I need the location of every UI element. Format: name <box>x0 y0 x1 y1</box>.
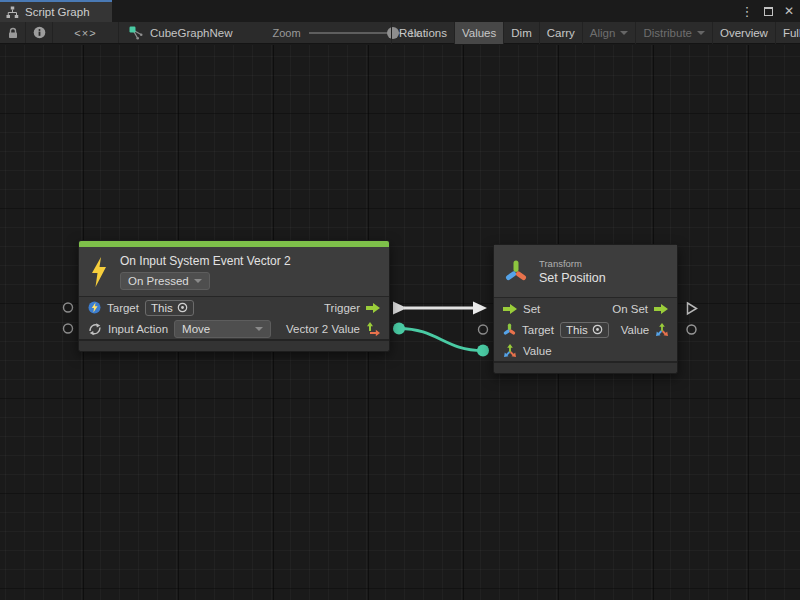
script-graph-icon <box>6 6 19 19</box>
port-label: Vector 2 Value <box>286 323 360 335</box>
set-position-footer <box>494 361 677 373</box>
port-input-action-input[interactable] <box>64 324 73 333</box>
graph-breadcrumb[interactable]: CubeGraphNew <box>119 22 244 43</box>
port-vector2-value-output[interactable] <box>393 323 405 335</box>
port-value-input[interactable] <box>477 345 489 357</box>
port-on-set-output[interactable] <box>688 303 697 314</box>
input-action-dropdown[interactable]: Move <box>174 320 271 338</box>
port-label: Input Action <box>108 323 168 335</box>
event-node-footer <box>79 339 389 351</box>
vector3-icon <box>503 344 517 358</box>
port-value-output[interactable] <box>687 325 696 334</box>
port-target2-input[interactable] <box>479 325 488 334</box>
event-node-header: On Input System Event Vector 2 On Presse… <box>79 247 389 296</box>
close-icon[interactable]: ✕ <box>783 4 795 18</box>
titlebar: Script Graph ⋮ ✕ <box>0 0 800 22</box>
port-row-target: Target This Value <box>494 319 677 340</box>
port-set-input[interactable] <box>473 302 487 315</box>
lightning-bolt-icon <box>89 257 109 287</box>
view-buttons: Relations Values Dim Carry Align Distrib… <box>391 22 800 44</box>
set-position-header: Transform Set Position <box>494 245 677 297</box>
relations-button[interactable]: Relations <box>391 22 454 44</box>
set-position-title: Set Position <box>539 271 606 285</box>
carry-button[interactable]: Carry <box>539 22 582 44</box>
values-button[interactable]: Values <box>454 22 503 44</box>
target-this-button[interactable]: This <box>560 322 609 338</box>
transform-mini-icon <box>503 323 516 336</box>
input-action-icon <box>88 322 102 336</box>
target-this-button[interactable]: This <box>145 300 194 316</box>
chevron-down-icon <box>194 279 202 283</box>
graph-canvas[interactable]: On Input System Event Vector 2 On Presse… <box>0 45 800 600</box>
event-node-body: Target This Trigger <box>79 296 389 339</box>
chevron-down-icon <box>255 327 263 331</box>
port-label: Trigger <box>324 302 360 314</box>
node-on-input-system-event[interactable]: On Input System Event Vector 2 On Presse… <box>78 240 390 352</box>
port-label: Target <box>107 302 139 314</box>
align-button[interactable]: Align <box>582 22 636 44</box>
maximize-icon[interactable] <box>762 4 774 18</box>
graph-toolbar: <×> CubeGraphNew Zoom 1x Relations Value… <box>0 22 800 44</box>
port-label: Value <box>523 345 552 357</box>
lock-icon <box>7 27 19 39</box>
node-set-position[interactable]: Transform Set Position Set On Set <box>493 244 678 374</box>
port-row-target: Target This Trigger <box>79 297 389 318</box>
vector3-icon <box>655 323 669 337</box>
vector2-icon <box>366 322 380 336</box>
zoom-slider[interactable] <box>309 22 401 44</box>
port-row-set: Set On Set <box>494 298 677 319</box>
info-icon <box>33 26 46 39</box>
node-category: Transform <box>539 258 606 269</box>
gameobject-event-icon <box>88 301 101 314</box>
full-screen-button[interactable]: Full Screen <box>775 22 800 44</box>
distribute-button[interactable]: Distribute <box>635 22 712 44</box>
edit-source-button[interactable]: <×> <box>53 22 119 43</box>
lock-button[interactable] <box>0 22 26 43</box>
dim-button[interactable]: Dim <box>503 22 538 44</box>
set-position-body: Set On Set Target <box>494 297 677 361</box>
tab-title: Script Graph <box>25 6 90 18</box>
overview-button[interactable]: Overview <box>712 22 775 44</box>
port-label: Set <box>523 303 540 315</box>
port-label: On Set <box>612 303 648 315</box>
flow-arrow-icon <box>366 303 380 313</box>
chevron-down-icon <box>620 31 628 35</box>
window-controls: ⋮ ✕ <box>741 0 795 22</box>
target-picker-icon <box>592 324 603 335</box>
flow-arrow-icon <box>503 304 517 314</box>
info-button[interactable] <box>26 22 53 43</box>
graph-asset-icon <box>129 26 143 40</box>
tab-script-graph[interactable]: Script Graph <box>0 0 112 22</box>
zoom-label: Zoom <box>272 27 300 39</box>
kebab-menu-icon[interactable]: ⋮ <box>741 4 753 18</box>
event-node-title: On Input System Event Vector 2 <box>120 254 291 268</box>
graph-name: CubeGraphNew <box>150 27 232 39</box>
transform-icon <box>504 259 528 283</box>
port-label: Target <box>522 324 554 336</box>
value-wire[interactable] <box>399 329 483 351</box>
port-row-value: Value <box>494 340 677 361</box>
code-icon: <×> <box>74 27 96 39</box>
target-picker-icon <box>177 302 188 313</box>
chevron-down-icon <box>697 31 705 35</box>
event-mode-dropdown[interactable]: On Pressed <box>120 272 210 290</box>
port-target-input[interactable] <box>64 303 73 312</box>
port-label: Value <box>621 324 650 336</box>
port-row-input-action: Input Action Move Vector 2 Value <box>79 318 389 339</box>
flow-arrow-icon <box>654 304 668 314</box>
